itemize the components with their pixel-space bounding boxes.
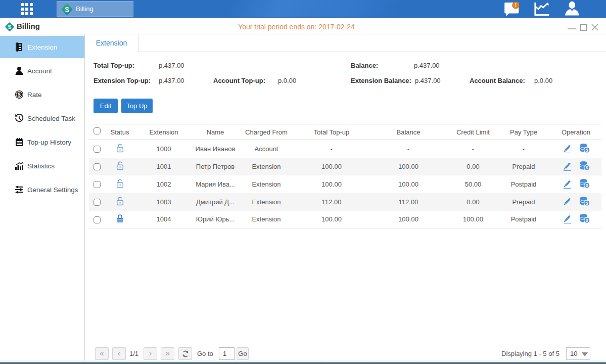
svg-text:!: ! xyxy=(515,3,517,8)
svg-text:$: $ xyxy=(585,183,588,188)
svg-text:$: $ xyxy=(585,165,588,170)
svg-text:$: $ xyxy=(18,92,21,98)
svg-text:$: $ xyxy=(585,148,588,153)
svg-text:$: $ xyxy=(65,5,69,13)
svg-text:$: $ xyxy=(585,201,588,206)
svg-text:$: $ xyxy=(585,218,588,223)
